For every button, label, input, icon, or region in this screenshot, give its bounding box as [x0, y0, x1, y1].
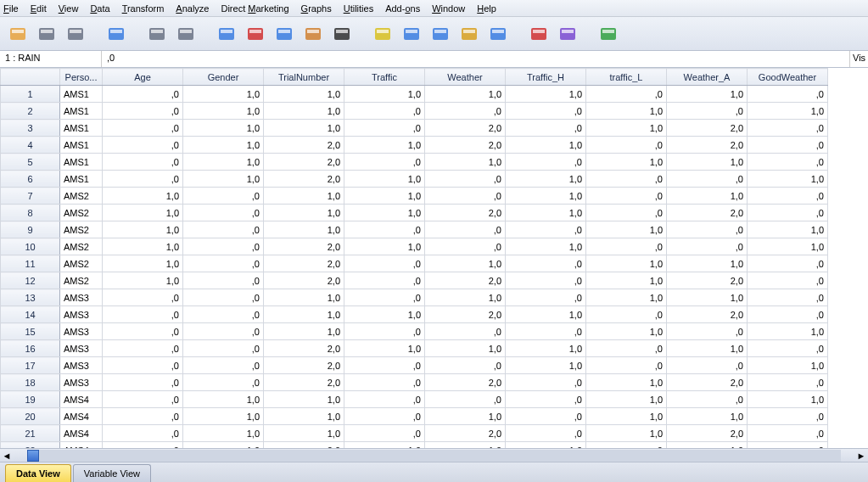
cell[interactable]: ,0: [506, 154, 586, 171]
cell[interactable]: 1,0: [586, 391, 667, 408]
cell[interactable]: 1,0: [586, 323, 667, 340]
cell[interactable]: AMS2: [60, 238, 103, 255]
scroll-left-arrow[interactable]: ◄: [0, 449, 14, 462]
cell[interactable]: 1,0: [748, 103, 828, 120]
cell[interactable]: 2,0: [667, 272, 748, 289]
cell[interactable]: 1,0: [748, 357, 828, 374]
menu-data[interactable]: Data: [90, 3, 109, 14]
cell[interactable]: 1,0: [264, 306, 344, 323]
cell[interactable]: ,0: [667, 357, 748, 374]
cell[interactable]: 1,0: [586, 255, 667, 272]
cell[interactable]: ,0: [344, 357, 425, 374]
cell[interactable]: ,0: [344, 103, 425, 120]
cell[interactable]: 1,0: [586, 425, 667, 442]
cell[interactable]: ,0: [103, 103, 183, 120]
cell[interactable]: 1,0: [748, 221, 828, 238]
cell[interactable]: ,0: [748, 374, 828, 391]
cell[interactable]: AMS2: [60, 221, 103, 238]
cell[interactable]: ,0: [344, 255, 425, 272]
cell[interactable]: 1,0: [264, 120, 344, 137]
cell[interactable]: AMS3: [60, 340, 103, 357]
cell[interactable]: AMS3: [60, 289, 103, 306]
cell[interactable]: ,0: [183, 357, 264, 374]
menu-file[interactable]: File: [3, 3, 19, 14]
cell[interactable]: 2,0: [264, 137, 344, 154]
cell[interactable]: 1,0: [344, 238, 425, 255]
horizontal-scrollbar[interactable]: ◄ ►: [0, 448, 868, 462]
save-button[interactable]: [34, 21, 59, 47]
cell[interactable]: ,0: [748, 289, 828, 306]
row-number[interactable]: 2: [1, 103, 60, 120]
cell[interactable]: 1,0: [425, 86, 506, 103]
cell[interactable]: 2,0: [425, 306, 506, 323]
cell[interactable]: ,0: [183, 374, 264, 391]
visible-toggle[interactable]: Vis: [849, 51, 868, 67]
cell[interactable]: 1,0: [264, 391, 344, 408]
cell[interactable]: ,0: [183, 221, 264, 238]
menu-analyze[interactable]: Analyze: [176, 3, 209, 14]
cell[interactable]: 2,0: [667, 205, 748, 221]
print-button[interactable]: [63, 21, 88, 47]
cell[interactable]: 1,0: [586, 272, 667, 289]
cell[interactable]: 1,0: [425, 289, 506, 306]
cell[interactable]: 1,0: [425, 340, 506, 357]
cell[interactable]: 1,0: [344, 306, 425, 323]
cell[interactable]: ,0: [748, 120, 828, 137]
spellcheck-button[interactable]: [596, 21, 621, 47]
scroll-right-arrow[interactable]: ►: [854, 449, 868, 462]
cell[interactable]: 1,0: [667, 289, 748, 306]
cell[interactable]: ,0: [103, 86, 183, 103]
menu-window[interactable]: Window: [432, 3, 465, 14]
cell[interactable]: ,0: [103, 425, 183, 442]
cell[interactable]: 2,0: [264, 442, 344, 449]
weight-cases-button[interactable]: [456, 21, 482, 47]
goto-case-button[interactable]: [214, 21, 239, 47]
cell[interactable]: 2,0: [667, 425, 748, 442]
menu-transform[interactable]: Transform: [122, 3, 165, 14]
cell[interactable]: ,0: [506, 255, 586, 272]
cell[interactable]: ,0: [425, 103, 506, 120]
cell[interactable]: 1,0: [344, 137, 425, 154]
cell[interactable]: 1,0: [183, 408, 264, 425]
cell[interactable]: 1,0: [506, 340, 586, 357]
cell[interactable]: AMS1: [60, 171, 103, 188]
cell[interactable]: ,0: [586, 171, 667, 188]
cell[interactable]: ,0: [748, 442, 828, 449]
row-number[interactable]: 17: [1, 357, 60, 374]
row-number[interactable]: 10: [1, 238, 60, 255]
row-number[interactable]: 1: [1, 86, 60, 103]
cell[interactable]: ,0: [344, 272, 425, 289]
cell[interactable]: ,0: [344, 391, 425, 408]
cell[interactable]: 1,0: [103, 238, 183, 255]
cell[interactable]: 1,0: [667, 408, 748, 425]
cell[interactable]: ,0: [506, 120, 586, 137]
cell[interactable]: 1,0: [586, 154, 667, 171]
cell[interactable]: ,0: [425, 391, 506, 408]
cell[interactable]: 2,0: [425, 120, 506, 137]
row-number[interactable]: 12: [1, 272, 60, 289]
cell[interactable]: 1,0: [183, 425, 264, 442]
cell[interactable]: 1,0: [183, 137, 264, 154]
cell[interactable]: ,0: [667, 103, 748, 120]
cell[interactable]: 1,0: [748, 238, 828, 255]
variables-button[interactable]: [272, 21, 297, 47]
cell[interactable]: ,0: [183, 340, 264, 357]
menu-edit[interactable]: Edit: [31, 3, 47, 14]
cell[interactable]: 1,0: [586, 103, 667, 120]
cell[interactable]: 2,0: [425, 272, 506, 289]
cell[interactable]: 1,0: [103, 221, 183, 238]
column-header-age[interactable]: Age: [103, 69, 183, 86]
select-cases-button[interactable]: [485, 21, 511, 47]
cell[interactable]: ,0: [103, 120, 183, 137]
column-header-traffic-h[interactable]: Traffic_H: [506, 69, 586, 86]
cell[interactable]: ,0: [748, 272, 828, 289]
cell[interactable]: AMS3: [60, 306, 103, 323]
cell[interactable]: ,0: [748, 154, 828, 171]
cell[interactable]: 1,0: [425, 154, 506, 171]
cell[interactable]: ,0: [183, 289, 264, 306]
cell[interactable]: ,0: [103, 323, 183, 340]
row-number[interactable]: 8: [1, 205, 60, 221]
cell[interactable]: ,0: [344, 154, 425, 171]
cell[interactable]: 1,0: [264, 323, 344, 340]
cell[interactable]: ,0: [344, 425, 425, 442]
